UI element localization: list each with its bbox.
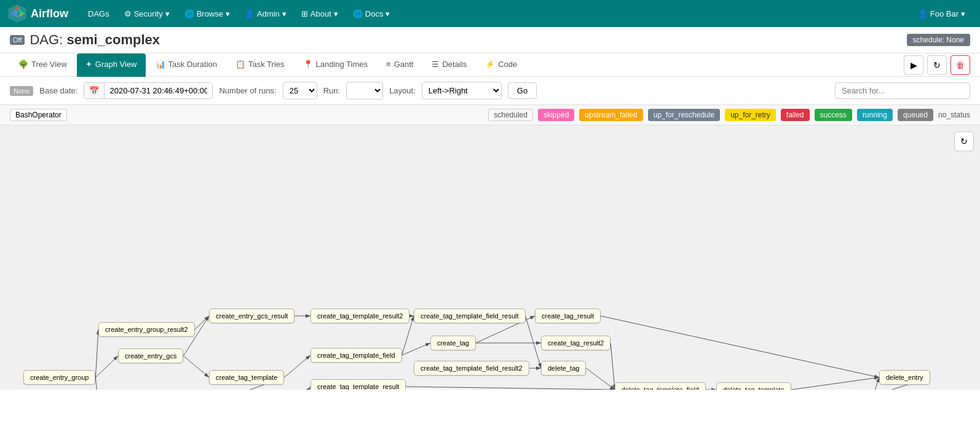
person-icon: 👤 — [245, 9, 255, 18]
svg-line-31 — [865, 377, 879, 390]
nav-security[interactable]: ⚙ Security ▾ — [117, 0, 177, 27]
num-runs-label: Number of runs: — [219, 86, 276, 95]
svg-line-21 — [526, 316, 541, 368]
tab-actions: ▶ ↻ 🗑 — [904, 55, 970, 75]
user-icon: 👤 — [918, 9, 928, 18]
num-runs-select[interactable]: 25 5 10 50 100 — [283, 82, 317, 100]
svg-line-26 — [611, 343, 615, 390]
status-no-status: no_status — [938, 111, 970, 119]
airflow-logo-icon — [7, 4, 27, 23]
chevron-down-icon: ▾ — [334, 9, 338, 18]
page-title: DAG: semi_complex — [30, 32, 160, 48]
tab-graph-view[interactable]: ✦ Graph View — [77, 53, 146, 77]
status-queued: queued — [898, 109, 933, 121]
svg-line-25 — [601, 316, 879, 377]
graph-area: ↻ create_entry_groupcreate_entry_group_r… — [0, 125, 980, 390]
task-node-create_tag[interactable]: create_tag — [430, 336, 476, 350]
layout-select[interactable]: Left->Right Top->Bottom — [422, 82, 502, 100]
status-running: running — [857, 109, 893, 121]
page-header: Off DAG: semi_complex schedule: None — [0, 27, 980, 53]
base-date-label: Base date: — [39, 86, 77, 95]
task-node-create_tag_template_field_result2[interactable]: create_tag_template_field_result2 — [414, 361, 529, 376]
svg-line-9 — [95, 377, 101, 390]
gear-icon: ⚙ — [124, 9, 132, 18]
chevron-down-icon: ▾ — [282, 9, 286, 18]
tree-icon: 🌳 — [18, 60, 28, 69]
search-input[interactable] — [835, 82, 970, 99]
run-label: Run: — [323, 86, 340, 95]
nav-dags[interactable]: DAGs — [81, 0, 117, 27]
svg-line-12 — [183, 356, 209, 377]
task-node-create_tag_template_field[interactable]: create_tag_template_field — [310, 348, 402, 363]
task-node-create_tag_template_result2[interactable]: create_tag_template_result2 — [310, 309, 409, 323]
refresh-button[interactable]: ↻ — [927, 55, 947, 75]
controls-row: None Base date: 📅 Number of runs: 25 5 1… — [0, 77, 980, 105]
svg-line-14 — [284, 355, 310, 377]
doc-icon: 🌐 — [353, 9, 363, 18]
dag-off-badge[interactable]: Off — [10, 35, 25, 45]
landing-icon: 📍 — [303, 60, 313, 69]
task-node-create_tag_result2[interactable]: create_tag_result2 — [541, 336, 611, 350]
go-button[interactable]: Go — [508, 82, 537, 99]
user-menu[interactable]: 👤 Foo Bar ▾ — [911, 0, 973, 27]
task-node-create_tag_template_result[interactable]: create_tag_template_result — [310, 379, 406, 390]
status-up-for-retry: up_for_retry — [725, 109, 776, 121]
svg-line-8 — [95, 356, 118, 377]
task-node-create_entry_gcs_result[interactable]: create_entry_gcs_result — [209, 309, 294, 323]
task-node-create_tag_template[interactable]: create_tag_template — [209, 370, 284, 385]
tab-details[interactable]: ☰ Details — [423, 53, 475, 77]
tab-gantt[interactable]: ≡ Gantt — [377, 53, 422, 77]
graph-icon: ✦ — [85, 60, 92, 69]
chevron-down-icon: ▾ — [165, 9, 170, 18]
gantt-icon: ≡ — [386, 60, 391, 69]
chevron-down-icon: ▾ — [385, 9, 390, 18]
task-node-create_entry_group_result2[interactable]: create_entry_group_result2 — [98, 322, 195, 337]
tab-task-duration[interactable]: 📊 Task Duration — [147, 53, 226, 77]
list-icon: 📋 — [235, 60, 245, 69]
chevron-down-icon: ▾ — [961, 9, 965, 18]
play-button[interactable]: ▶ — [904, 55, 923, 75]
nav-right: 👤 Foo Bar ▾ — [911, 0, 973, 27]
details-icon: ☰ — [432, 60, 439, 69]
svg-line-18 — [402, 343, 430, 355]
nav-admin[interactable]: 👤 Admin ▾ — [237, 0, 294, 27]
globe-icon: 🌐 — [184, 9, 194, 18]
chevron-down-icon: ▾ — [226, 9, 230, 18]
date-input-wrap: 📅 — [84, 82, 213, 99]
status-scheduled: scheduled — [488, 109, 533, 121]
task-node-delete_tag[interactable]: delete_tag — [541, 361, 586, 376]
svg-line-29 — [791, 377, 879, 390]
task-node-delete_tag_template[interactable]: delete_tag_template — [716, 382, 791, 390]
task-node-create_tag_template_field_result[interactable]: create_tag_template_field_result — [414, 309, 526, 323]
graph-refresh-button[interactable]: ↻ — [954, 132, 974, 151]
task-node-create_tag_result[interactable]: create_tag_result — [535, 309, 601, 323]
calendar-button[interactable]: 📅 — [84, 83, 105, 98]
task-node-create_entry_group[interactable]: create_entry_group — [23, 370, 95, 385]
code-icon: ⚡ — [485, 60, 495, 69]
nav-docs[interactable]: 🌐 Docs ▾ — [346, 0, 398, 27]
status-upstream-failed: upstream_failed — [579, 109, 642, 121]
nav-about[interactable]: ⊞ About ▾ — [294, 0, 346, 27]
svg-line-10 — [195, 316, 209, 329]
task-node-delete_entry[interactable]: delete_entry — [879, 370, 930, 385]
tab-task-tries[interactable]: 📋 Task Tries — [227, 53, 293, 77]
run-select[interactable] — [346, 82, 383, 100]
svg-line-27 — [586, 368, 615, 390]
status-badges: scheduled skipped upstream_failed up_for… — [488, 109, 970, 121]
delete-button[interactable]: 🗑 — [950, 55, 970, 75]
tab-code[interactable]: ⚡ Code — [476, 53, 526, 77]
schedule-badge: schedule: None — [907, 34, 970, 46]
base-date-input[interactable] — [105, 83, 212, 98]
tab-landing-times[interactable]: 📍 Landing Times — [294, 53, 377, 77]
task-node-create_entry_gcs[interactable]: create_entry_gcs — [118, 349, 183, 363]
nav-browse[interactable]: 🌐 Browse ▾ — [177, 0, 237, 27]
status-failed: failed — [781, 109, 810, 121]
brand-logo[interactable]: Airflow — [7, 4, 68, 23]
task-node-delete_tag_template_field[interactable]: delete_tag_template_field — [615, 382, 706, 390]
navbar: Airflow DAGs ⚙ Security ▾ 🌐 Browse ▾ 👤 A… — [0, 0, 980, 27]
status-success: success — [815, 109, 852, 121]
status-legend-row: BashOperator scheduled skipped upstream_… — [0, 105, 980, 125]
status-up-for-reschedule: up_for_reschedule — [648, 109, 720, 121]
tab-tree-view[interactable]: 🌳 Tree View — [10, 53, 76, 77]
none-badge: None — [10, 86, 33, 96]
